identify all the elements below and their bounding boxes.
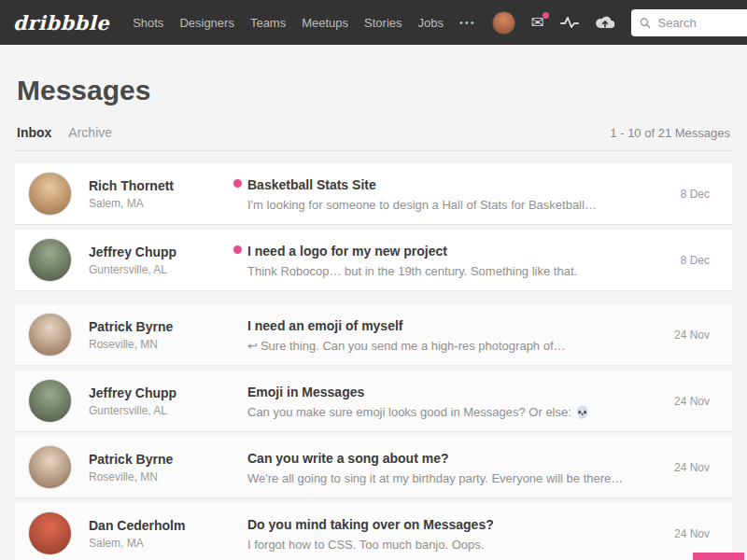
message-subject[interactable]: I need an emoji of myself xyxy=(247,318,403,333)
message-preview-line: We're all going to sing it at my birthda… xyxy=(247,471,650,485)
message-row[interactable]: Rich Thornett Salem, MA Basketball Stats… xyxy=(15,163,732,225)
sender-location: Roseville, MN xyxy=(89,338,231,351)
sender-name: Patrick Byrne xyxy=(89,319,231,334)
message-preview: Think Robocop… but in the 19th century. … xyxy=(247,264,577,278)
message-row[interactable]: Jeffrey Chupp Guntersville, AL Emoji in … xyxy=(15,371,732,432)
message-subject[interactable]: Basketball Stats Site xyxy=(247,177,376,192)
sender-location: Guntersville, AL xyxy=(89,404,231,417)
messages-page: Messages Inbox Archive 1 - 10 of 21 Mess… xyxy=(0,75,747,560)
sender-name: Patrick Byrne xyxy=(89,452,231,467)
reply-icon: ↩ xyxy=(247,339,258,353)
nav-item-designers[interactable]: Designers xyxy=(179,16,234,30)
message-preview: Can you make sure emoji looks good in Me… xyxy=(247,405,590,419)
messages-icon[interactable]: ✉ xyxy=(531,15,544,31)
sender-name: Rich Thornett xyxy=(89,178,231,193)
pink-footer-strip xyxy=(693,553,744,560)
message-row[interactable]: Patrick Byrne Roseville, MN Can you writ… xyxy=(15,437,732,498)
message-content: Do you mind taking over on Messages? I f… xyxy=(231,516,650,552)
tab-inbox[interactable]: Inbox xyxy=(17,125,51,140)
avatar[interactable] xyxy=(28,445,72,489)
sender-location: Salem, MA xyxy=(89,537,231,550)
nav-more-button[interactable]: ••• xyxy=(459,17,476,28)
unread-dot-icon xyxy=(233,245,242,254)
avatar[interactable] xyxy=(28,172,72,216)
message-count: 1 - 10 of 21 Messages xyxy=(610,126,730,140)
nav-item-jobs[interactable]: Jobs xyxy=(418,16,444,30)
tab-archive[interactable]: Archive xyxy=(68,125,112,140)
message-content: I need a logo for my new project Think R… xyxy=(231,243,650,278)
message-date: 8 Dec xyxy=(650,188,710,201)
message-date: 8 Dec xyxy=(650,254,710,267)
sender-block: Jeffrey Chupp Guntersville, AL xyxy=(89,245,231,276)
sender-location: Roseville, MN xyxy=(89,470,231,483)
upload-cloud-icon[interactable] xyxy=(595,16,615,30)
top-nav: dribbble Shots Designers Teams Meetups S… xyxy=(0,0,747,45)
message-row[interactable]: Jeffrey Chupp Guntersville, AL I need a … xyxy=(15,230,732,291)
message-preview: I'm looking for someone to design a Hall… xyxy=(247,198,597,212)
message-content: Basketball Stats Site I'm looking for so… xyxy=(231,176,650,212)
message-content: Can you write a song about me? We're all… xyxy=(231,450,650,485)
nav-item-shots[interactable]: Shots xyxy=(133,16,163,30)
message-content: I need an emoji of myself ↩Sure thing. C… xyxy=(231,317,650,353)
message-date: 24 Nov xyxy=(650,329,710,342)
message-row[interactable]: Dan Cederholm Salem, MA Do you mind taki… xyxy=(15,503,732,560)
search-box xyxy=(631,9,747,36)
message-date: 24 Nov xyxy=(650,527,710,540)
tabs-row: Inbox Archive 1 - 10 of 21 Messages xyxy=(15,125,732,151)
user-avatar[interactable] xyxy=(492,11,515,35)
search-icon xyxy=(640,17,651,29)
sender-block: Rich Thornett Salem, MA xyxy=(89,178,231,210)
sender-block: Jeffrey Chupp Guntersville, AL xyxy=(89,385,231,417)
sender-name: Dan Cederholm xyxy=(89,518,231,533)
sender-name: Jeffrey Chupp xyxy=(89,245,231,259)
nav-item-stories[interactable]: Stories xyxy=(364,16,402,30)
nav-item-meetups[interactable]: Meetups xyxy=(302,16,348,30)
message-subject[interactable]: Emoji in Messages xyxy=(247,385,364,399)
message-preview-line: I'm looking for someone to design a Hall… xyxy=(247,198,650,212)
search-input[interactable] xyxy=(655,15,747,31)
sender-location: Guntersville, AL xyxy=(89,263,231,276)
message-content: Emoji in Messages Can you make sure emoj… xyxy=(231,384,650,419)
sender-block: Dan Cederholm Salem, MA xyxy=(89,518,231,550)
dribbble-logo[interactable]: dribbble xyxy=(13,11,109,35)
message-preview: We're all going to sing it at my birthda… xyxy=(247,471,623,485)
message-preview-line: Think Robocop… but in the 19th century. … xyxy=(247,264,650,278)
message-date: 24 Nov xyxy=(650,461,710,474)
message-preview: Sure thing. Can you send me a high-res p… xyxy=(261,339,566,353)
sender-location: Salem, MA xyxy=(89,197,231,210)
message-preview: I forgot how to CSS. Too much banjo. Oop… xyxy=(247,538,484,552)
sender-name: Jeffrey Chupp xyxy=(89,385,231,400)
unread-dot-icon xyxy=(233,179,242,188)
avatar[interactable] xyxy=(28,379,72,423)
message-subject[interactable]: Can you write a song about me? xyxy=(247,451,448,466)
nav-icon-group: ✉ xyxy=(492,9,747,36)
message-preview-line: Can you make sure emoji looks good in Me… xyxy=(247,405,650,419)
avatar[interactable] xyxy=(28,313,72,357)
message-preview-line: ↩Sure thing. Can you send me a high-res … xyxy=(247,339,650,353)
message-preview-line: I forgot how to CSS. Too much banjo. Oop… xyxy=(247,538,650,552)
avatar[interactable] xyxy=(28,511,72,555)
message-subject[interactable]: Do you mind taking over on Messages? xyxy=(247,517,494,532)
unread-badge xyxy=(543,12,549,19)
sender-block: Patrick Byrne Roseville, MN xyxy=(89,319,231,351)
page-title: Messages xyxy=(17,75,732,106)
message-row[interactable]: Patrick Byrne Roseville, MN I need an em… xyxy=(15,304,732,366)
sender-block: Patrick Byrne Roseville, MN xyxy=(89,452,231,483)
message-list: Rich Thornett Salem, MA Basketball Stats… xyxy=(15,163,732,560)
message-date: 24 Nov xyxy=(650,395,710,408)
nav-item-teams[interactable]: Teams xyxy=(250,16,286,30)
activity-icon[interactable] xyxy=(560,16,579,29)
message-subject[interactable]: I need a logo for my new project xyxy=(247,244,447,259)
avatar[interactable] xyxy=(28,238,72,282)
